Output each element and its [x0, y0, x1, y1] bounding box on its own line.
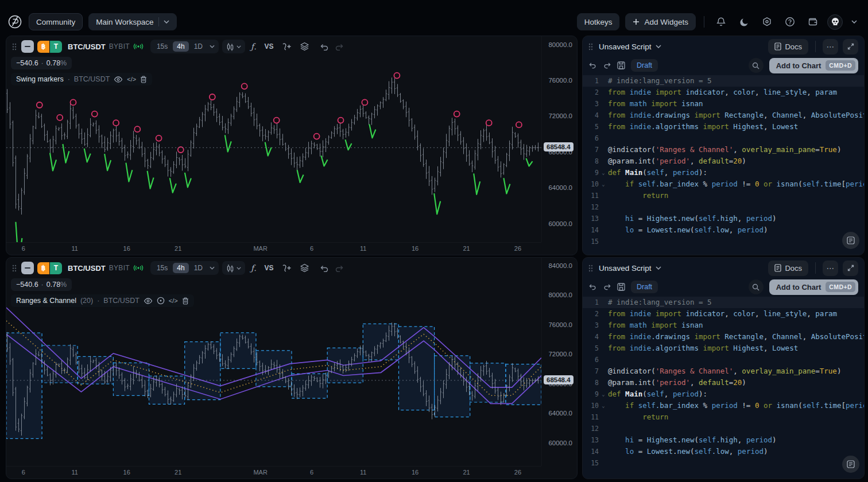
indicator-legend-swing-markers[interactable]: Swing markers · BTC/USDT </> — [11, 73, 152, 85]
indicators-button[interactable]: ƒ. — [249, 42, 259, 51]
hotkeys-button[interactable]: Hotkeys — [577, 13, 620, 30]
fold-chevron-icon[interactable]: ⌄ — [600, 388, 607, 400]
more-options-button[interactable]: ⋯ — [823, 39, 838, 55]
delete-indicator-button[interactable] — [140, 76, 147, 83]
code-line[interactable]: 3from math import isnan — [583, 98, 864, 110]
code-line[interactable]: 4from indie.drawings import Rectangle, C… — [583, 331, 864, 343]
redo-icon[interactable] — [335, 43, 344, 50]
visibility-toggle[interactable] — [114, 76, 123, 83]
script-title-dropdown[interactable]: Unsaved Script — [599, 264, 661, 273]
price-axis[interactable]: 84000.080000.076000.072000.068000.064000… — [541, 258, 577, 466]
collapse-button[interactable] — [21, 262, 34, 274]
redo-button[interactable] — [603, 62, 611, 69]
expand-panel-button[interactable] — [843, 261, 858, 276]
user-avatar[interactable] — [827, 14, 843, 30]
chevron-down-icon[interactable] — [210, 266, 215, 270]
code-line[interactable]: 9⌄def Main(self, period): — [583, 388, 864, 400]
code-line[interactable]: 10⌄ if self.bar_index % period != 0 or i… — [583, 400, 864, 411]
drag-handle[interactable] — [11, 43, 18, 50]
workspace-selector[interactable]: Main Workspace — [88, 13, 176, 30]
chart-type-selector[interactable] — [222, 40, 245, 53]
code-line[interactable]: 1# indie:lang_version = 5 — [583, 297, 864, 308]
code-line[interactable]: 1# indie:lang_version = 5 — [583, 75, 864, 87]
code-line[interactable]: 4from indie.drawings import Rectangle, C… — [583, 110, 864, 121]
app-logo[interactable] — [7, 14, 23, 30]
delete-indicator-button[interactable] — [182, 297, 189, 305]
code-line[interactable]: 14 lo = Lowest.new(self.low, period) — [583, 446, 864, 457]
code-line[interactable]: 8@param.int('period', default=20) — [583, 377, 864, 388]
console-button[interactable] — [842, 232, 859, 249]
code-line[interactable]: 8@param.int('period', default=20) — [583, 156, 864, 167]
timeframe-4h[interactable]: 4h — [173, 263, 188, 273]
code-line[interactable]: 3from math import isnan — [583, 320, 864, 331]
notifications-button[interactable] — [712, 13, 730, 30]
code-line[interactable]: 15 — [583, 457, 864, 469]
code-line[interactable]: 13 hi = Highest.new(self.high, period) — [583, 213, 864, 224]
expand-panel-button[interactable] — [843, 39, 858, 55]
add-to-chart-button[interactable]: Add to Chart CMD+D — [769, 58, 858, 73]
code-line[interactable]: 6 — [583, 354, 864, 366]
undo-icon[interactable] — [320, 265, 329, 272]
code-line[interactable]: 12 — [583, 423, 864, 434]
docs-button[interactable]: Docs — [768, 261, 808, 276]
symbol-name[interactable]: BTC/USDT — [68, 42, 106, 51]
search-button[interactable] — [749, 58, 764, 73]
more-options-button[interactable]: ⋯ — [823, 261, 838, 276]
indicators-button[interactable]: ƒ. — [249, 263, 259, 273]
save-button[interactable] — [617, 283, 625, 291]
code-line[interactable]: 7@indicator('Ranges & Channel', overlay_… — [583, 144, 864, 156]
timeframe-15s[interactable]: 15s — [153, 41, 172, 52]
undo-button[interactable] — [588, 283, 597, 290]
code-line[interactable]: 15 — [583, 236, 864, 247]
code-line[interactable]: 14 lo = Lowest.new(self.low, period) — [583, 224, 864, 236]
layers-button[interactable] — [297, 263, 312, 273]
code-line[interactable]: 11 return — [583, 190, 864, 201]
fold-chevron-icon[interactable]: ⌄ — [600, 178, 607, 190]
drag-handle[interactable] — [11, 265, 18, 272]
console-button[interactable] — [842, 456, 859, 473]
redo-icon[interactable] — [335, 265, 344, 272]
timeframe-1d[interactable]: 1D — [190, 263, 207, 273]
settings-button[interactable] — [758, 13, 776, 30]
undo-button[interactable] — [588, 62, 597, 69]
chevron-down-icon[interactable] — [210, 45, 215, 48]
theme-toggle-button[interactable] — [735, 13, 753, 30]
save-button[interactable] — [617, 61, 625, 69]
timeframe-4h[interactable]: 4h — [173, 41, 188, 52]
code-line[interactable]: 5from indie.algorithms import Highest, L… — [583, 343, 864, 354]
time-axis[interactable]: 6111621MAR611162126 — [6, 242, 541, 255]
code-line[interactable]: 10⌄ if self.bar_index % period != 0 or i… — [583, 178, 864, 190]
visibility-toggle[interactable] — [144, 298, 153, 304]
compare-button[interactable]: VS — [262, 42, 276, 50]
price-axis[interactable]: 80000.076000.072000.068000.064000.060000… — [541, 36, 577, 242]
search-button[interactable] — [749, 279, 764, 294]
account-menu-button[interactable] — [848, 13, 860, 30]
wallet-button[interactable] — [804, 13, 822, 30]
code-editor[interactable]: 1# indie:lang_version = 52from indie imp… — [583, 75, 864, 255]
help-button[interactable] — [781, 13, 799, 30]
code-line[interactable]: 11 return — [583, 411, 864, 423]
docs-button[interactable]: Docs — [768, 39, 808, 55]
chart-plot-area[interactable] — [6, 36, 541, 242]
indicator-legend-ranges-channel[interactable]: Ranges & Channel (20) · BTC/USDT </> — [11, 294, 194, 307]
add-widgets-button[interactable]: Add Widgets — [625, 13, 696, 30]
code-line[interactable]: 2from indie import indicator, color, lin… — [583, 308, 864, 320]
timeframe-1d[interactable]: 1D — [190, 41, 207, 52]
drag-handle[interactable] — [587, 43, 594, 50]
code-line[interactable]: 9⌄def Main(self, period): — [583, 167, 864, 178]
redo-button[interactable] — [603, 283, 611, 290]
view-source-button[interactable]: </> — [127, 76, 136, 83]
indicator-settings-button[interactable] — [157, 297, 165, 305]
code-line[interactable]: 6 — [583, 133, 864, 144]
symbol-name[interactable]: BTC/USDT — [68, 264, 106, 273]
code-line[interactable]: 12 — [583, 201, 864, 213]
code-editor[interactable]: 1# indie:lang_version = 52from indie imp… — [583, 297, 864, 479]
code-line[interactable]: 7@indicator('Ranges & Channel', overlay_… — [583, 366, 864, 377]
layers-button[interactable] — [297, 42, 312, 51]
fold-chevron-icon[interactable]: ⌄ — [600, 167, 607, 178]
drag-handle[interactable] — [587, 265, 594, 272]
chart-type-selector[interactable] — [222, 261, 245, 275]
script-title-dropdown[interactable]: Unsaved Script — [599, 42, 661, 51]
time-axis[interactable]: 6111621MAR611162126 — [6, 466, 541, 479]
add-alert-button[interactable] — [280, 264, 294, 273]
